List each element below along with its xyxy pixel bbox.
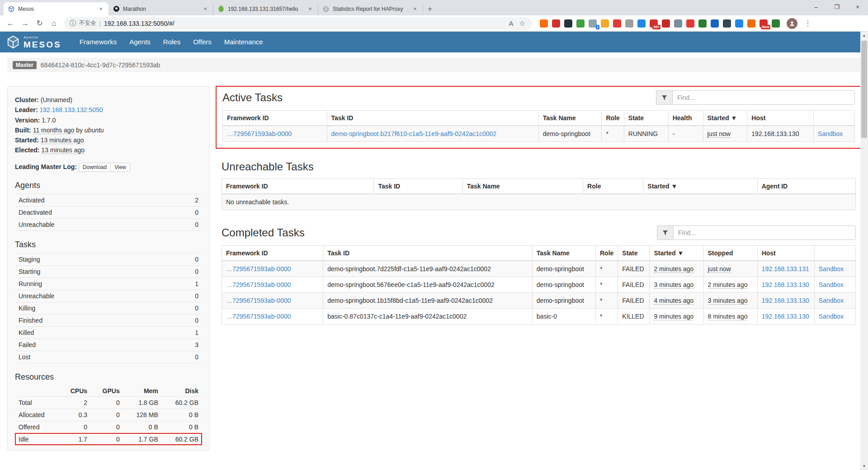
col-stopped[interactable]: Stopped bbox=[703, 246, 757, 261]
task-id-link[interactable]: demo-springboot.b217f610-c1a5-11e9-aaf9-… bbox=[331, 130, 497, 137]
col-host[interactable]: Host bbox=[747, 111, 814, 126]
sandbox-link[interactable]: Sandbox bbox=[819, 297, 844, 304]
extension-icon[interactable] bbox=[772, 19, 780, 28]
sandbox-link[interactable]: Sandbox bbox=[819, 281, 844, 288]
col-role[interactable]: Role bbox=[595, 246, 618, 261]
col-host[interactable]: Host bbox=[757, 246, 814, 261]
extension-icon[interactable] bbox=[564, 19, 572, 28]
extension-icon[interactable] bbox=[540, 19, 548, 28]
host-link[interactable]: 192.168.133.130 bbox=[762, 313, 809, 320]
maximize-button[interactable]: ❐ bbox=[826, 0, 847, 14]
nav-maintenance[interactable]: Maintenance bbox=[218, 32, 269, 52]
home-icon[interactable]: ⌂ bbox=[48, 17, 60, 29]
active-tasks-find-input[interactable] bbox=[672, 90, 855, 105]
table-row: Activated2 bbox=[15, 194, 202, 206]
extension-icon[interactable] bbox=[698, 19, 707, 28]
close-icon[interactable]: × bbox=[307, 5, 314, 12]
framework-id-link[interactable]: …7295671593ab-0000 bbox=[226, 281, 291, 288]
back-icon[interactable]: ← bbox=[5, 17, 17, 29]
reload-icon[interactable]: ↻ bbox=[33, 17, 46, 29]
col-framework-id[interactable]: Framework ID bbox=[223, 111, 327, 126]
extension-icon[interactable] bbox=[625, 19, 633, 28]
col-agent-id[interactable]: Agent ID bbox=[757, 179, 855, 194]
col-state[interactable]: State bbox=[618, 246, 650, 261]
col-task-name[interactable]: Task Name bbox=[532, 246, 595, 261]
empty-message: No unreachable tasks. bbox=[222, 194, 856, 210]
task-state: KILLED bbox=[618, 309, 650, 324]
col-task-id[interactable]: Task ID bbox=[323, 246, 533, 261]
extension-icon[interactable] bbox=[723, 19, 731, 28]
completed-tasks-find-input[interactable] bbox=[673, 226, 856, 240]
profile-avatar[interactable] bbox=[787, 18, 797, 29]
scroll-up-icon[interactable]: ▲ bbox=[860, 32, 868, 39]
extension-icon[interactable] bbox=[735, 19, 743, 28]
extension-icon[interactable] bbox=[747, 19, 755, 28]
url-text[interactable]: 192.168.133.132:5050/#/ bbox=[104, 20, 505, 27]
extension-icon[interactable] bbox=[613, 19, 621, 28]
table-header-row: Framework ID Task ID Task Name Role Star… bbox=[222, 179, 856, 194]
mesos-brand[interactable]: Apache MESOS bbox=[6, 35, 61, 49]
framework-id-link[interactable]: …7295671593ab-0000 bbox=[226, 313, 291, 320]
browser-menu-icon[interactable]: ⋮ bbox=[800, 19, 816, 28]
extension-icon[interactable] bbox=[711, 19, 719, 28]
tab-haproxy-stats[interactable]: Statistics Report for HAProxy × bbox=[318, 2, 423, 15]
col-task-name[interactable]: Task Name bbox=[538, 111, 602, 126]
minimize-button[interactable]: – bbox=[806, 0, 826, 14]
host-link[interactable]: 192.168.133.131 bbox=[762, 265, 809, 273]
col-started[interactable]: Started ▼ bbox=[643, 179, 757, 194]
page-scrollbar[interactable]: ▲ ▼ bbox=[860, 32, 868, 470]
leader-link[interactable]: 192.168.133.132:5050 bbox=[39, 106, 103, 113]
extension-icon[interactable] bbox=[674, 19, 682, 28]
col-framework-id[interactable]: Framework ID bbox=[222, 179, 374, 194]
nav-offers[interactable]: Offers bbox=[187, 32, 218, 52]
col-role[interactable]: Role bbox=[583, 179, 643, 194]
framework-id-link[interactable]: …7295671593ab-0000 bbox=[226, 297, 291, 304]
col-health[interactable]: Health bbox=[668, 111, 703, 126]
host-link[interactable]: 192.168.133.130 bbox=[762, 281, 809, 288]
col-state[interactable]: State bbox=[624, 111, 668, 126]
scrollbar-thumb[interactable] bbox=[861, 41, 867, 138]
close-icon[interactable]: × bbox=[411, 5, 419, 12]
address-bar[interactable]: ⓘ 不安全 | 192.168.133.132:5050/#/ A ☆ bbox=[64, 17, 532, 30]
nav-agents[interactable]: Agents bbox=[123, 32, 157, 52]
framework-id-link[interactable]: …7295671593ab-0000 bbox=[226, 265, 291, 273]
col-task-name[interactable]: Task Name bbox=[462, 179, 583, 194]
extension-icon[interactable] bbox=[637, 19, 646, 28]
site-info-icon[interactable]: ⓘ bbox=[70, 19, 76, 28]
sandbox-link[interactable]: Sandbox bbox=[818, 130, 843, 137]
extension-icon[interactable]: 1 bbox=[589, 19, 597, 28]
window-close-button[interactable]: × bbox=[847, 0, 868, 14]
extension-icon[interactable]: 99+ bbox=[650, 19, 658, 28]
log-download-button[interactable]: Download bbox=[79, 163, 111, 172]
bookmark-star-icon[interactable]: ☆ bbox=[518, 19, 527, 28]
tab-mesos[interactable]: Mesos × bbox=[4, 2, 108, 15]
col-started[interactable]: Started ▼ bbox=[650, 246, 703, 261]
col-role[interactable]: Role bbox=[602, 111, 624, 126]
new-tab-button[interactable]: + bbox=[423, 2, 437, 15]
col-framework-id[interactable]: Framework ID bbox=[222, 246, 323, 261]
col-task-id[interactable]: Task ID bbox=[327, 111, 538, 126]
col-task-id[interactable]: Task ID bbox=[374, 179, 462, 194]
sandbox-link[interactable]: Sandbox bbox=[819, 265, 844, 273]
sandbox-link[interactable]: Sandbox bbox=[819, 313, 844, 320]
extension-icon[interactable]: New bbox=[760, 19, 768, 28]
host-link[interactable]: 192.168.133.130 bbox=[762, 297, 809, 304]
tab-marathon[interactable]: Marathon × bbox=[108, 2, 213, 15]
nav-roles[interactable]: Roles bbox=[157, 32, 187, 52]
translate-icon[interactable]: A bbox=[508, 19, 515, 27]
extension-icon[interactable] bbox=[576, 19, 585, 28]
tab-springboot-app[interactable]: 192.168.133.131:31657/hello × bbox=[213, 2, 318, 15]
forward-icon[interactable]: → bbox=[19, 17, 31, 29]
scroll-down-icon[interactable]: ▼ bbox=[860, 462, 868, 470]
active-task-row: …7295671593ab-0000 demo-springboot.b217f… bbox=[223, 126, 855, 142]
close-icon[interactable]: × bbox=[202, 5, 209, 12]
extension-icon[interactable] bbox=[601, 19, 609, 28]
col-started[interactable]: Started ▼ bbox=[703, 111, 747, 126]
extension-icon[interactable] bbox=[662, 19, 670, 28]
close-icon[interactable]: × bbox=[97, 5, 104, 12]
nav-frameworks[interactable]: Frameworks bbox=[73, 32, 123, 52]
extension-icon[interactable] bbox=[686, 19, 694, 28]
log-view-button[interactable]: View bbox=[110, 163, 130, 172]
extension-icon[interactable] bbox=[552, 19, 560, 28]
framework-id-link[interactable]: …7295671593ab-0000 bbox=[227, 130, 292, 137]
